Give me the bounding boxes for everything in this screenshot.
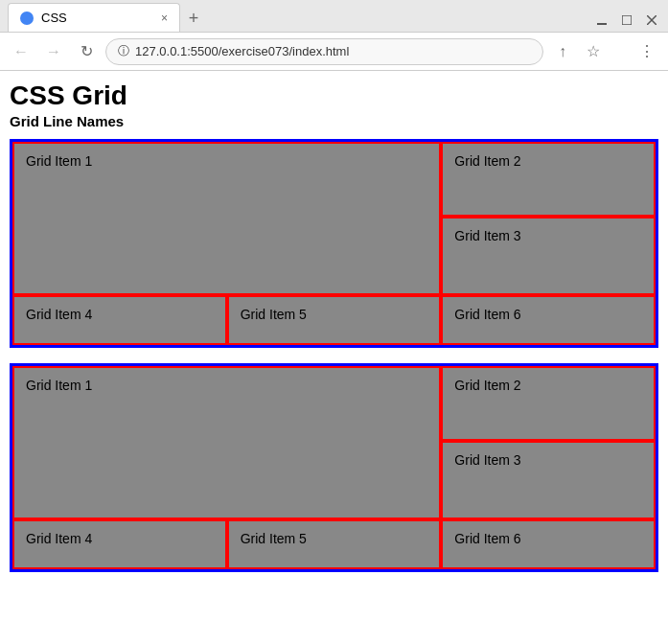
window-minimize-button[interactable] [593, 13, 610, 28]
grid-item-1-4: Grid Item 4 [12, 295, 227, 345]
grid-item-2-6: Grid Item 6 [441, 519, 656, 569]
toolbar-right: ↑ ☆ ⋮ [549, 38, 660, 65]
toolbar: ← → ↻ ⓘ 127.0.0.1:5500/exercise073/index… [0, 33, 668, 71]
svg-rect-0 [597, 23, 607, 25]
menu-button[interactable]: ⋮ [633, 38, 660, 65]
window-maximize-button[interactable] [618, 13, 635, 28]
info-icon: ⓘ [118, 43, 129, 59]
grid-item-1-1: Grid Item 1 [12, 142, 441, 295]
grid-item-2-3: Grid Item 3 [441, 441, 656, 519]
grid-item-2-4: Grid Item 4 [12, 519, 227, 569]
forward-button[interactable]: → [40, 38, 67, 65]
grid-container-1: Grid Item 1 Grid Item 2 Grid Item 3 Grid… [10, 139, 658, 348]
window-close-button[interactable] [643, 13, 660, 28]
grid-item-1-3: Grid Item 3 [441, 217, 656, 295]
grid-item-2-5: Grid Item 5 [227, 519, 442, 569]
grid-item-2-1: Grid Item 1 [12, 366, 441, 519]
page-title: CSS Grid [10, 80, 658, 111]
new-tab-button[interactable]: + [180, 5, 207, 32]
active-tab[interactable]: CSS × [8, 3, 180, 32]
back-button[interactable]: ← [8, 38, 35, 65]
star-button[interactable]: ☆ [580, 38, 607, 65]
grid-item-1-6: Grid Item 6 [441, 295, 656, 345]
browser-window: CSS × + ← → ↻ ⓘ 127.0.0.1 [0, 0, 668, 644]
grid-item-1-5: Grid Item 5 [227, 295, 442, 345]
tab-close-button[interactable]: × [161, 12, 168, 25]
url-text: 127.0.0.1:5500/exercise073/index.html [135, 44, 349, 58]
grid-container-2: Grid Item 1 Grid Item 2 Grid Item 3 Grid… [10, 363, 658, 572]
grid-item-2-2: Grid Item 2 [441, 366, 656, 441]
tab-label: CSS [41, 11, 67, 25]
address-bar[interactable]: ⓘ 127.0.0.1:5500/exercise073/index.html [105, 38, 543, 65]
grid-item-1-2: Grid Item 2 [441, 142, 656, 217]
svg-rect-1 [622, 15, 632, 25]
reload-button[interactable]: ↻ [73, 38, 100, 65]
tab-favicon [20, 12, 34, 25]
page-subtitle: Grid Line Names [10, 113, 658, 129]
page-content: CSS Grid Grid Line Names Grid Item 1 Gri… [0, 71, 668, 644]
share-button[interactable]: ↑ [549, 38, 576, 65]
